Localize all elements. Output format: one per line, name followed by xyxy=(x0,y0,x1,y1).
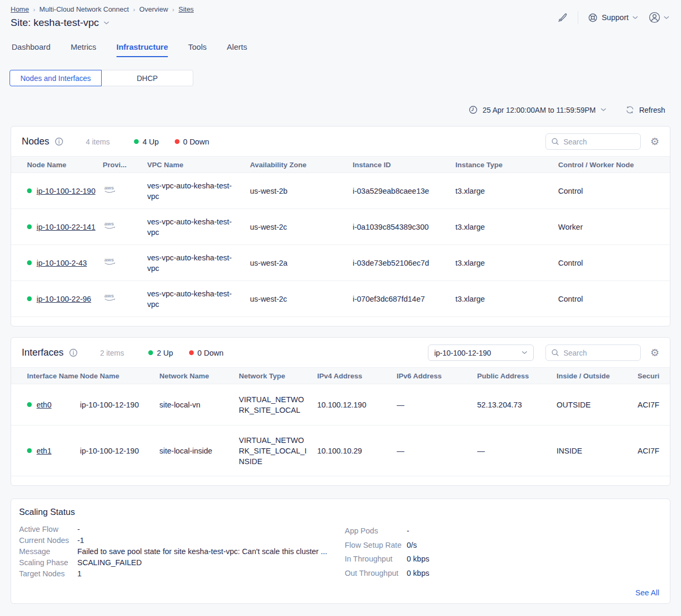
node-role: Control xyxy=(558,245,670,281)
settings-gear-icon[interactable]: ⚙ xyxy=(650,137,659,147)
divider xyxy=(578,11,578,24)
interfaces-search-input[interactable] xyxy=(563,349,635,357)
node-role: Worker xyxy=(558,209,670,245)
toolbar: 25 Apr 12:00:00AM to 11:59:59PM Refresh xyxy=(0,86,681,114)
instance-id: i-0a1039c854389c300 xyxy=(353,209,455,245)
col-security[interactable]: Securi xyxy=(638,368,670,384)
node-filter-select[interactable]: ip-10-100-12-190 xyxy=(428,345,534,361)
col-provider[interactable]: Provi... xyxy=(103,157,147,173)
node-link[interactable]: ip-10-100-22-96 xyxy=(37,294,91,304)
instance-type: t3.xlarge xyxy=(455,245,558,281)
interfaces-items-count: 2 items xyxy=(100,349,124,357)
nodes-table: Node Name Provi... VPC Name Availability… xyxy=(11,156,670,317)
interfaces-search xyxy=(545,345,641,361)
col-network-type[interactable]: Network Type xyxy=(239,368,317,384)
col-public-address[interactable]: Public Address xyxy=(477,368,557,384)
nodes-search xyxy=(545,133,641,150)
instance-type: t3.xlarge xyxy=(455,173,558,209)
tab-metrics[interactable]: Metrics xyxy=(70,42,96,57)
breadcrumb-home[interactable]: Home xyxy=(11,5,29,13)
breadcrumb-mcnc: Multi-Cloud Network Connect xyxy=(39,5,129,13)
nodes-panel: Nodes 4 items 4 Up 0 Down xyxy=(11,126,670,327)
col-inside-outside[interactable]: Inside / Outside xyxy=(557,368,638,384)
breadcrumb-sites[interactable]: Sites xyxy=(178,5,194,13)
col-network-name[interactable]: Network Name xyxy=(159,368,239,384)
info-icon[interactable] xyxy=(55,137,64,146)
breadcrumb-overview: Overview xyxy=(139,5,168,13)
aws-provider-icon: aws xyxy=(103,221,118,230)
subtab-dhcp[interactable]: DHCP xyxy=(101,70,193,86)
vpc-name: ves-vpc-auto-kesha-test-vpc xyxy=(147,216,241,238)
col-ipv6-address[interactable]: IPv6 Address xyxy=(397,368,477,384)
table-row: ip-10-100-22-96 aws ves-vpc-auto-kesha-t… xyxy=(11,281,670,317)
col-instance-id[interactable]: Instance ID xyxy=(353,157,455,173)
subtab-group: Nodes and Interfaces DHCP xyxy=(10,70,193,86)
network-name: site-local-inside xyxy=(159,425,239,476)
instance-type: t3.xlarge xyxy=(455,209,558,245)
availability-zone: us-west-2b xyxy=(250,173,353,209)
nodes-search-input[interactable] xyxy=(563,138,635,146)
chevron-down-icon[interactable] xyxy=(103,21,110,25)
node-link[interactable]: ip-10-100-12-190 xyxy=(37,186,95,196)
node-name: ip-10-100-12-190 xyxy=(80,384,159,425)
edit-pen-icon[interactable] xyxy=(557,12,568,23)
kv-in-throughput: In Throughput0 kbps xyxy=(345,552,659,566)
see-all-link[interactable]: See All xyxy=(635,588,659,597)
scaling-status-title: Scaling Status xyxy=(19,507,659,517)
page-title-text: Site: kesha-test-vpc xyxy=(11,17,99,29)
col-node-name[interactable]: Node Name xyxy=(80,368,159,384)
kv-scaling-phase: Scaling PhaseSCALING_FAILED xyxy=(19,557,345,568)
tab-tools[interactable]: Tools xyxy=(188,42,207,57)
node-name: ip-10-100-12-190 xyxy=(80,425,159,476)
chevron-down-icon xyxy=(632,16,638,20)
account-menu[interactable] xyxy=(648,11,669,24)
ipv6-address: — xyxy=(397,425,477,476)
col-node-name[interactable]: Node Name xyxy=(11,157,103,173)
settings-gear-icon[interactable]: ⚙ xyxy=(650,348,659,358)
node-link[interactable]: ip-10-100-22-141 xyxy=(37,222,95,232)
down-status-dot xyxy=(175,139,180,144)
availability-zone: us-west-2a xyxy=(250,245,353,281)
refresh-button[interactable]: Refresh xyxy=(625,105,665,114)
tab-dashboard[interactable]: Dashboard xyxy=(12,42,50,57)
inside-outside: OUTSIDE xyxy=(557,384,638,425)
table-row: ip-10-100-2-43 aws ves-vpc-auto-kesha-te… xyxy=(11,245,670,281)
time-range-label: 25 Apr 12:00:00AM to 11:59:59PM xyxy=(482,106,596,114)
instance-id: i-03a529eab8caee13e xyxy=(353,173,455,209)
interface-link[interactable]: eth1 xyxy=(37,446,51,456)
col-interface-name[interactable]: Interface Name xyxy=(11,368,80,384)
network-type: VIRTUAL_NETWORK_SITE_LOCAL_INSIDE xyxy=(239,435,308,467)
col-vpc-name[interactable]: VPC Name xyxy=(147,157,250,173)
search-icon xyxy=(551,349,559,357)
col-availability-zone[interactable]: Availability Zone xyxy=(250,157,353,173)
breadcrumb-separator: › xyxy=(33,6,35,13)
support-lifebuoy-icon xyxy=(588,13,598,23)
instance-type: t3.xlarge xyxy=(455,281,558,317)
ipv4-address: 10.100.12.190 xyxy=(317,384,397,425)
chevron-down-icon xyxy=(522,351,527,355)
account-avatar-icon xyxy=(648,11,661,24)
nodes-table-header: Node Name Provi... VPC Name Availability… xyxy=(11,157,670,173)
security-group: ACI7F xyxy=(638,384,670,425)
support-menu[interactable]: Support xyxy=(588,13,638,23)
aws-provider-icon: aws xyxy=(103,185,118,194)
node-filter-value: ip-10-100-12-190 xyxy=(434,349,491,357)
interface-link[interactable]: eth0 xyxy=(37,400,51,410)
tab-infrastructure[interactable]: Infrastructure xyxy=(117,42,168,57)
col-ipv4-address[interactable]: IPv4 Address xyxy=(317,368,397,384)
node-link[interactable]: ip-10-100-2-43 xyxy=(37,258,87,268)
table-row: eth0 ip-10-100-12-190 site-local-vn VIRT… xyxy=(11,384,670,425)
security-group: ACI7F xyxy=(638,425,670,476)
col-instance-type[interactable]: Instance Type xyxy=(455,157,558,173)
availability-zone: us-west-2c xyxy=(250,209,353,245)
subtab-nodes-and-interfaces[interactable]: Nodes and Interfaces xyxy=(10,70,102,86)
instance-id: i-070ef3dc687fd14e7 xyxy=(353,281,455,317)
col-control-worker[interactable]: Control / Worker Node xyxy=(558,157,670,173)
tab-alerts[interactable]: Alerts xyxy=(227,42,247,57)
interface-status-dot xyxy=(27,448,32,453)
interfaces-up-count: 2 Up xyxy=(148,349,173,357)
interfaces-down-count: 0 Down xyxy=(189,349,223,357)
node-status-dot xyxy=(27,260,32,265)
info-icon[interactable] xyxy=(69,348,78,357)
time-range-picker[interactable]: 25 Apr 12:00:00AM to 11:59:59PM xyxy=(469,105,606,114)
